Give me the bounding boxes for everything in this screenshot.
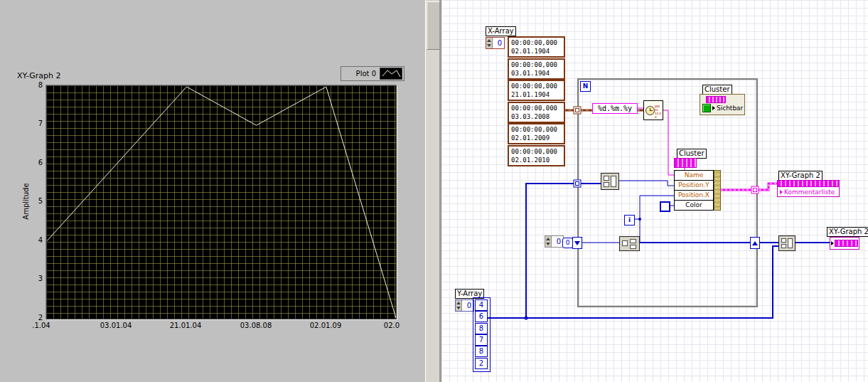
x-array-index-control[interactable]: 0 xyxy=(486,37,505,49)
plot-area[interactable] xyxy=(46,85,397,319)
arrow-up-icon xyxy=(752,241,758,245)
shift-register-right[interactable] xyxy=(750,237,760,249)
cluster-array-icon xyxy=(835,240,858,247)
bundle-field-3: Color xyxy=(685,201,702,208)
y-tick: 6 xyxy=(20,159,43,166)
timestamp-date: 21.01.1904 xyxy=(511,90,564,99)
bundle-output-strip xyxy=(714,170,721,211)
format-string-constant[interactable]: %d.%m.%y xyxy=(592,103,638,114)
array-cell-icon xyxy=(604,182,609,187)
timestamp-constant[interactable]: 00:00:00,000 21.01.1904 xyxy=(508,80,565,101)
clock-caption: JAN 01 12:00 xyxy=(655,105,662,119)
legend-label: Plot 0 xyxy=(356,70,376,78)
init-index-control[interactable]: 0 xyxy=(545,235,564,248)
timestamp-time: 00:00:00,000 xyxy=(511,82,564,90)
clock-icon xyxy=(645,106,655,115)
array-cell-icon xyxy=(630,239,636,243)
property-node-ref-strip xyxy=(778,181,839,187)
boolean-led-icon xyxy=(702,104,711,112)
x-array-label[interactable]: X-Array xyxy=(486,26,516,36)
property-node[interactable]: Kommentarliste xyxy=(777,180,840,197)
index-arrows-icon[interactable] xyxy=(545,236,552,247)
timestamp-constant[interactable]: 00:00:00,000 02.01.2010 xyxy=(508,145,565,166)
cluster-mid-label[interactable]: Cluster xyxy=(677,149,707,159)
x-array-index-value[interactable]: 0 xyxy=(493,38,504,48)
y-tick: 5 xyxy=(20,197,43,205)
index-arrows-icon[interactable] xyxy=(456,300,462,311)
build-array-node[interactable] xyxy=(601,173,619,190)
bundle-field-0: Name xyxy=(685,171,704,179)
bundle-field-1: Position.Y xyxy=(678,181,709,189)
cluster-visible-constant[interactable]: Sichtbar xyxy=(700,94,745,115)
decrement-icon[interactable] xyxy=(487,44,491,47)
y-array-index-control[interactable]: 0 xyxy=(455,299,474,312)
increment-icon[interactable] xyxy=(546,238,550,240)
timestamp-date: 03.01.1904 xyxy=(511,69,564,78)
index-arrows-icon[interactable] xyxy=(486,38,493,48)
loop-iteration-terminal[interactable]: i xyxy=(624,215,635,226)
init-index-value[interactable]: 0 xyxy=(552,236,563,247)
decrement-icon[interactable] xyxy=(456,307,461,309)
timestamp-constant[interactable]: 00:00:00,000 02.01.2009 xyxy=(508,123,565,144)
build-array-node[interactable] xyxy=(778,235,795,251)
xy-graph-indicator-terminal[interactable] xyxy=(830,237,859,250)
color-box-constant[interactable] xyxy=(660,201,670,212)
arrow-down-icon xyxy=(574,241,580,245)
array-cell-icon xyxy=(788,238,793,248)
x-tick: .1.04 xyxy=(32,322,50,329)
y-array-element[interactable]: 4 xyxy=(475,299,488,311)
y-array-element[interactable]: 8 xyxy=(475,323,488,334)
y-tick: 4 xyxy=(20,236,43,244)
array-cell-icon xyxy=(622,240,628,246)
array-cell-icon xyxy=(781,238,786,243)
x-tick: 03.01.04 xyxy=(100,322,132,329)
scrollbar-thumb[interactable] xyxy=(427,1,440,50)
arrow-right-icon xyxy=(780,190,783,194)
decrement-icon[interactable] xyxy=(546,243,550,245)
timestamp-date: 02.01.2010 xyxy=(511,156,564,164)
timestamp-constant[interactable]: 00:00:00,000 03.03.2008 xyxy=(508,102,565,123)
graph-title[interactable]: XY-Graph 2 xyxy=(17,71,61,80)
y-tick: 2 xyxy=(20,314,43,322)
plot-line-svg xyxy=(47,86,396,319)
cluster-wire-icon xyxy=(706,96,726,103)
insert-into-array-node[interactable] xyxy=(619,236,640,251)
timestamp-time: 00:00:00,000 xyxy=(511,147,564,156)
x-tick: 21.01.04 xyxy=(170,322,202,329)
plot-legend[interactable]: Plot 0 xyxy=(341,66,404,81)
x-tick: 02.0 xyxy=(384,322,400,329)
property-node-label[interactable]: XY-Graph 2 xyxy=(778,171,823,181)
timestamp-date: 03.03.2008 xyxy=(511,112,564,121)
timestamp-time: 00:00:00,000 xyxy=(511,60,564,69)
cluster-constant[interactable] xyxy=(674,158,697,168)
bundle-by-name-node[interactable]: Name Position.Y Position.X Color xyxy=(674,170,721,211)
increment-icon[interactable] xyxy=(456,302,461,304)
y-array-element[interactable]: 8 xyxy=(475,346,488,357)
array-cell-icon xyxy=(630,245,636,249)
increment-icon[interactable] xyxy=(487,39,491,42)
x-tick: 03.08.08 xyxy=(240,322,272,329)
timestamp-time: 00:00:00,000 xyxy=(511,125,564,134)
cluster-visible-label[interactable]: Cluster xyxy=(702,85,732,95)
plot-line xyxy=(47,87,396,318)
arrow-right-icon xyxy=(831,241,834,245)
array-cell-icon xyxy=(611,176,616,187)
y-tick: 3 xyxy=(20,275,43,282)
array-cell-icon xyxy=(604,176,609,181)
timestamp-date: 02.01.2009 xyxy=(511,134,564,142)
block-diagram: X-Array 0 00:00:00,000 02.01.1904 00:00:… xyxy=(441,0,868,382)
y-array-index-value[interactable]: 0 xyxy=(462,300,473,311)
timestamp-date: 02.01.1904 xyxy=(511,47,564,55)
front-panel-scrollbar[interactable] xyxy=(425,0,439,382)
y-array-element[interactable]: 2 xyxy=(475,358,488,369)
xy-graph-indicator-label[interactable]: XY-Graph 2 xyxy=(827,227,868,237)
timestamp-constant[interactable]: 00:00:00,000 03.01.1904 xyxy=(508,58,565,80)
y-array-element[interactable]: 7 xyxy=(475,334,488,346)
shift-register-left[interactable] xyxy=(572,237,582,249)
format-date-time-node[interactable]: JAN 01 12:00 xyxy=(643,100,663,120)
loop-count-terminal[interactable]: N xyxy=(580,81,591,92)
front-panel: XY-Graph 2 Plot 0 Amplitude 8 7 6 5 4 3 … xyxy=(0,0,425,382)
timestamp-constant[interactable]: 00:00:00,000 02.01.1904 xyxy=(508,36,565,58)
y-array-element[interactable]: 6 xyxy=(475,311,488,322)
init-constant[interactable]: 0 xyxy=(562,238,573,248)
